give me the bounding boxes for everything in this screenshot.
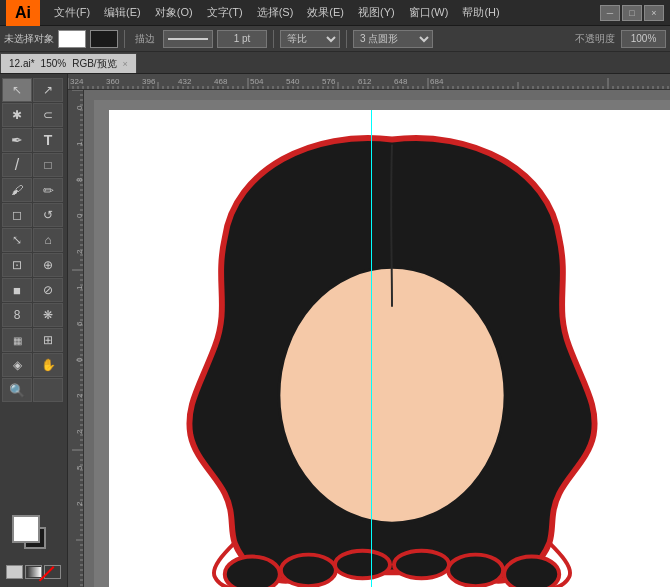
- tool-warp[interactable]: ⌂: [33, 228, 63, 252]
- main-layout: ↖ ↗ ✱ ⊂ ✒ T / □ 🖌 ✏ ◻ ↺ ⤡ ⌂ ⊡ ⊕: [0, 74, 670, 587]
- bump-2: [281, 555, 336, 586]
- tool-gradient[interactable]: ■: [2, 278, 32, 302]
- tool-shape-builder[interactable]: ⊕: [33, 253, 63, 277]
- canvas-below-ruler: [68, 90, 670, 587]
- stroke-width-input[interactable]: [217, 30, 267, 48]
- tool-free-transform[interactable]: ⊡: [2, 253, 32, 277]
- tool-line[interactable]: /: [2, 153, 32, 177]
- tool-row-10: 8 ❋: [2, 303, 65, 327]
- tool-row-13: 🔍: [2, 378, 65, 402]
- canvas-workspace[interactable]: [94, 100, 670, 587]
- ai-logo: Ai: [6, 0, 40, 26]
- tool-scale[interactable]: ⤡: [2, 228, 32, 252]
- menu-select[interactable]: 选择(S): [251, 3, 300, 22]
- menu-view[interactable]: 视图(Y): [352, 3, 401, 22]
- divider-1: [124, 30, 125, 48]
- tool-pen[interactable]: ✒: [2, 128, 32, 152]
- ruler-left: [68, 90, 84, 587]
- stroke-line-inner: [168, 38, 208, 40]
- divider-2: [273, 30, 274, 48]
- ratio-select[interactable]: 等比: [280, 30, 340, 48]
- character-group: [189, 138, 594, 587]
- stroke-swatch[interactable]: [90, 30, 118, 48]
- tool-slice[interactable]: ◈: [2, 353, 32, 377]
- bump-4: [394, 551, 449, 579]
- tool-blend[interactable]: 8: [2, 303, 32, 327]
- color-mode-icon[interactable]: [6, 565, 23, 579]
- tool-hand[interactable]: ✋: [33, 353, 63, 377]
- tool-column-graph[interactable]: ▦: [2, 328, 32, 352]
- tab-name: 12.ai*: [9, 58, 35, 69]
- horizontal-ruler: [68, 74, 670, 90]
- tool-rotate[interactable]: ↺: [33, 203, 63, 227]
- tool-row-4: / □: [2, 153, 65, 177]
- tool-rectangle[interactable]: □: [33, 153, 63, 177]
- tool-eraser[interactable]: ◻: [2, 203, 32, 227]
- opacity-section: 不透明度: [571, 30, 666, 48]
- foreground-color[interactable]: [12, 515, 40, 543]
- tool-row-5: 🖌 ✏: [2, 178, 65, 202]
- bump-5: [448, 555, 503, 586]
- bump-6: [504, 557, 559, 587]
- tool-row-2: ✱ ⊂: [2, 103, 65, 127]
- menu-type[interactable]: 文字(T): [201, 3, 249, 22]
- maximize-button[interactable]: □: [622, 5, 642, 21]
- bump-3: [335, 551, 390, 579]
- tool-eyedropper[interactable]: ⊘: [33, 278, 63, 302]
- minimize-button[interactable]: ─: [600, 5, 620, 21]
- ruler-top: [68, 74, 670, 90]
- artwork-svg: [109, 110, 670, 587]
- tool-row-12: ◈ ✋: [2, 353, 65, 377]
- tab-mode: RGB/预览: [72, 57, 116, 71]
- opacity-input[interactable]: [621, 30, 666, 48]
- divider-3: [346, 30, 347, 48]
- tool-row-1: ↖ ↗: [2, 78, 65, 102]
- canvas-area[interactable]: [68, 74, 670, 587]
- tool-symbol[interactable]: ❋: [33, 303, 63, 327]
- tool-magic-wand[interactable]: ✱: [2, 103, 32, 127]
- menu-object[interactable]: 对象(O): [149, 3, 199, 22]
- menu-file[interactable]: 文件(F): [48, 3, 96, 22]
- tool-pencil[interactable]: ✏: [33, 178, 63, 202]
- artboard: [109, 110, 670, 587]
- hair-part: [391, 144, 392, 306]
- tab-close-button[interactable]: ×: [123, 59, 128, 69]
- tool-row-6: ◻ ↺: [2, 203, 65, 227]
- gradient-mode-icon[interactable]: [25, 565, 42, 579]
- tool-artboard[interactable]: ⊞: [33, 328, 63, 352]
- tool-row-3: ✒ T: [2, 128, 65, 152]
- tool-type[interactable]: T: [33, 128, 63, 152]
- none-mode-icon[interactable]: [44, 565, 61, 579]
- color-swatches: [2, 511, 65, 583]
- tool-row-9: ■ ⊘: [2, 278, 65, 302]
- shape-select[interactable]: 3 点圆形: [353, 30, 433, 48]
- tool-lasso[interactable]: ⊂: [33, 103, 63, 127]
- tool-select[interactable]: ↖: [2, 78, 32, 102]
- tool-row-7: ⤡ ⌂: [2, 228, 65, 252]
- tool-paintbrush[interactable]: 🖌: [2, 178, 32, 202]
- window-controls: ─ □ ×: [600, 5, 664, 21]
- menu-help[interactable]: 帮助(H): [456, 3, 505, 22]
- tool-zoom[interactable]: 🔍: [2, 378, 32, 402]
- menu-window[interactable]: 窗口(W): [403, 3, 455, 22]
- color-area: [12, 515, 56, 559]
- document-tab[interactable]: 12.ai* 150% RGB/预览 ×: [0, 53, 137, 73]
- fill-label: 描边: [131, 32, 159, 46]
- tool-direct-select[interactable]: ↗: [33, 78, 63, 102]
- vertical-ruler: [68, 90, 84, 587]
- title-bar: Ai 文件(F) 编辑(E) 对象(O) 文字(T) 选择(S) 效果(E) 视…: [0, 0, 670, 26]
- tab-zoom: 150%: [41, 58, 67, 69]
- guide-line: [371, 110, 372, 587]
- menu-edit[interactable]: 编辑(E): [98, 3, 147, 22]
- tools-panel: ↖ ↗ ✱ ⊂ ✒ T / □ 🖌 ✏ ◻ ↺ ⤡ ⌂ ⊡ ⊕: [0, 74, 68, 587]
- opacity-label: 不透明度: [571, 32, 619, 46]
- menu-bar: 文件(F) 编辑(E) 对象(O) 文字(T) 选择(S) 效果(E) 视图(Y…: [48, 3, 600, 22]
- options-bar: 未选择对象 描边 等比 3 点圆形 不透明度: [0, 26, 670, 52]
- stroke-line-control[interactable]: [163, 30, 213, 48]
- close-button[interactable]: ×: [644, 5, 664, 21]
- mode-icons-row: [6, 565, 61, 579]
- tool-row-11: ▦ ⊞: [2, 328, 65, 352]
- menu-effect[interactable]: 效果(E): [301, 3, 350, 22]
- bump-1: [225, 557, 280, 587]
- fill-swatch[interactable]: [58, 30, 86, 48]
